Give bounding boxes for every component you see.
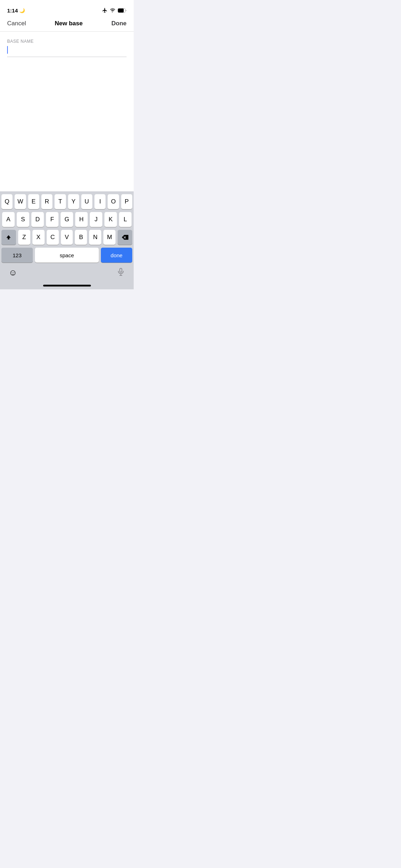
key-p[interactable]: P	[121, 194, 132, 209]
key-y[interactable]: Y	[68, 194, 79, 209]
key-a[interactable]: A	[2, 212, 15, 227]
key-h[interactable]: H	[75, 212, 88, 227]
status-icons	[102, 7, 127, 13]
airplane-icon	[102, 7, 108, 13]
text-cursor	[7, 46, 8, 54]
key-v[interactable]: V	[61, 230, 73, 245]
space-key[interactable]: space	[35, 248, 99, 263]
status-bar: 1:14 🌙	[0, 0, 134, 16]
nav-bar: Cancel New base Done	[0, 16, 134, 32]
numbers-key[interactable]: 123	[1, 248, 33, 263]
key-q[interactable]: Q	[1, 194, 12, 209]
key-l[interactable]: L	[119, 212, 132, 227]
text-input-row[interactable]	[7, 46, 127, 57]
key-i[interactable]: I	[94, 194, 106, 209]
microphone-key[interactable]	[117, 268, 125, 278]
key-e[interactable]: E	[28, 194, 39, 209]
keyboard-row-4: 123 space done	[1, 248, 132, 263]
key-w[interactable]: W	[15, 194, 26, 209]
page-title: New base	[55, 20, 82, 27]
key-f[interactable]: F	[46, 212, 58, 227]
delete-key[interactable]	[118, 230, 132, 245]
shift-key[interactable]	[1, 230, 16, 245]
home-indicator	[43, 285, 91, 286]
keyboard: Q W E R T Y U I O P A S D F G H J K L Z …	[0, 191, 134, 289]
status-time: 1:14 🌙	[7, 7, 25, 14]
emoji-key[interactable]: ☺	[9, 268, 17, 278]
key-o[interactable]: O	[108, 194, 119, 209]
wifi-icon	[110, 7, 115, 13]
key-d[interactable]: D	[31, 212, 44, 227]
key-u[interactable]: U	[81, 194, 92, 209]
form-area: BASE NAME	[0, 32, 134, 57]
key-g[interactable]: G	[61, 212, 73, 227]
key-j[interactable]: J	[90, 212, 102, 227]
key-x[interactable]: X	[32, 230, 45, 245]
keyboard-done-key[interactable]: done	[101, 248, 132, 263]
key-s[interactable]: S	[17, 212, 29, 227]
keyboard-bottom: ☺	[1, 265, 132, 285]
keyboard-row-1: Q W E R T Y U I O P	[1, 194, 132, 209]
battery-icon	[118, 8, 127, 13]
svg-rect-2	[120, 268, 122, 272]
moon-icon: 🌙	[19, 8, 25, 13]
key-c[interactable]: C	[47, 230, 59, 245]
key-b[interactable]: B	[75, 230, 87, 245]
key-m[interactable]: M	[103, 230, 115, 245]
key-n[interactable]: N	[89, 230, 101, 245]
time-label: 1:14	[7, 7, 18, 14]
keyboard-row-2: A S D F G H J K L	[1, 212, 132, 227]
cancel-button[interactable]: Cancel	[7, 20, 26, 27]
key-t[interactable]: T	[55, 194, 66, 209]
done-button[interactable]: Done	[111, 20, 127, 27]
svg-rect-1	[118, 9, 124, 12]
field-label: BASE NAME	[7, 32, 127, 46]
key-k[interactable]: K	[104, 212, 117, 227]
keyboard-row-3: Z X C V B N M	[1, 230, 132, 245]
key-z[interactable]: Z	[18, 230, 30, 245]
key-r[interactable]: R	[41, 194, 52, 209]
